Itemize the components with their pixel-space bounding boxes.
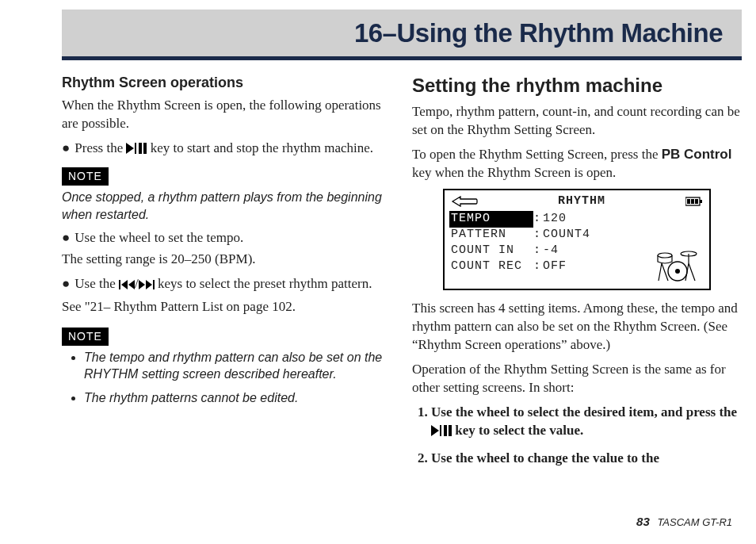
section-heading-setting: Setting the rhythm machine (412, 73, 742, 98)
text: key to start and stop the rhythm machine… (151, 140, 373, 155)
note-badge: NOTE (62, 328, 109, 346)
note-badge: NOTE (62, 167, 109, 186)
text: Use the wheel to select the desired item… (431, 404, 737, 419)
left-column: Rhythm Screen operations When the Rhythm… (62, 73, 391, 498)
lcd-value: 120 (543, 211, 704, 227)
bullet-dot-icon: ● (62, 229, 70, 247)
lcd-label: COUNT IN (449, 243, 533, 259)
text: Use the wheel to set the tempo. (74, 229, 391, 247)
chapter-header-bar: 16–Using the Rhythm Machine (62, 10, 742, 60)
paragraph: When the Rhythm Screen is open, the foll… (62, 97, 391, 133)
svg-rect-2 (139, 143, 142, 154)
text: key when the Rhythm Screen is open. (412, 165, 616, 180)
svg-marker-20 (431, 425, 439, 436)
lcd-row-tempo: TEMPO : 120 (449, 211, 704, 227)
list-item: The tempo and rhythm pattern can also be… (84, 349, 391, 383)
play-pause-icon (431, 423, 452, 442)
lcd-colon: : (533, 211, 543, 227)
lcd-back-arrow-icon (451, 196, 478, 207)
svg-marker-6 (128, 280, 135, 289)
note-bullet-list: The tempo and rhythm pattern can also be… (62, 349, 391, 407)
battery-icon (685, 197, 703, 206)
svg-rect-3 (143, 143, 147, 154)
step-item: Use the wheel to select the desired item… (431, 404, 742, 442)
text: Press the (74, 140, 126, 155)
lcd-label: COUNT REC (449, 259, 533, 274)
text: Use the (74, 276, 119, 291)
svg-rect-12 (687, 199, 690, 204)
text: key to select the value. (452, 423, 583, 438)
svg-marker-7 (139, 280, 145, 289)
fast-forward-icon (139, 277, 155, 295)
section-heading-rhythm-ops: Rhythm Screen operations (62, 73, 391, 92)
list-item: The rhythm patterns cannot be edited. (84, 389, 391, 407)
paragraph: Tempo, rhythm pattern, count-in, and cou… (412, 103, 742, 140)
text: keys to select the preset rhythm pattern… (158, 276, 372, 291)
lcd-screenshot: RHYTHM TEMPO : 120 PATTERN : COUNT4 COUN… (443, 189, 711, 290)
text: To open the Rhythm Setting Screen, press… (412, 147, 662, 162)
lcd-row-pattern: PATTERN : COUNT4 (449, 227, 704, 243)
svg-rect-13 (691, 199, 694, 204)
svg-rect-9 (153, 280, 155, 289)
bullet-item: ● Use the / keys to select the preset rh… (62, 275, 391, 295)
lcd-colon: : (533, 243, 543, 259)
numbered-steps: Use the wheel to select the desired item… (412, 404, 742, 468)
note-text: Once stopped, a rhythm pattern plays fro… (62, 189, 391, 223)
lcd-title: RHYTHM (483, 193, 681, 209)
svg-rect-1 (135, 143, 136, 154)
svg-marker-0 (126, 143, 134, 154)
content-columns: Rhythm Screen operations When the Rhythm… (62, 73, 742, 498)
svg-rect-14 (695, 199, 698, 204)
play-pause-icon (126, 141, 147, 159)
drum-kit-icon (654, 247, 701, 282)
chapter-title: 16–Using the Rhythm Machine (354, 18, 723, 48)
svg-rect-4 (119, 280, 120, 289)
page-footer: 83 TASCAM GT-R1 (636, 515, 732, 528)
page-number: 83 (636, 515, 650, 528)
bullet-dot-icon: ● (62, 140, 70, 159)
lcd-titlebar: RHYTHM (449, 193, 704, 211)
lcd-colon: : (533, 227, 543, 243)
paragraph: See "21– Rhythm Pattern List on page 102… (62, 298, 391, 316)
lcd-label: TEMPO (449, 211, 533, 227)
bullet-item: ● Use the wheel to set the tempo. (62, 229, 391, 247)
rewind-icon (119, 277, 135, 295)
key-label-pb-control: PB Control (662, 147, 732, 162)
svg-rect-22 (444, 425, 447, 436)
svg-point-19 (675, 269, 680, 274)
paragraph: To open the Rhythm Setting Screen, press… (412, 146, 742, 182)
right-column: Setting the rhythm machine Tempo, rhythm… (412, 73, 742, 498)
svg-marker-5 (121, 280, 128, 289)
svg-marker-8 (146, 280, 152, 289)
bullet-dot-icon: ● (62, 275, 70, 295)
paragraph: The setting range is 20–250 (BPM). (62, 251, 391, 269)
bullet-item: ● Press the key to start and stop the rh… (62, 140, 391, 159)
step-item: Use the wheel to change the value to the (431, 450, 742, 468)
paragraph: This screen has 4 setting items. Among t… (412, 300, 742, 354)
paragraph: Operation of the Rhythm Setting Screen i… (412, 361, 742, 397)
lcd-label: PATTERN (449, 227, 533, 243)
product-name: TASCAM GT-R1 (657, 516, 732, 528)
svg-rect-11 (700, 200, 702, 203)
lcd-colon: : (533, 259, 543, 274)
svg-rect-21 (440, 425, 441, 436)
lcd-value: COUNT4 (543, 227, 704, 243)
svg-point-15 (658, 253, 672, 258)
